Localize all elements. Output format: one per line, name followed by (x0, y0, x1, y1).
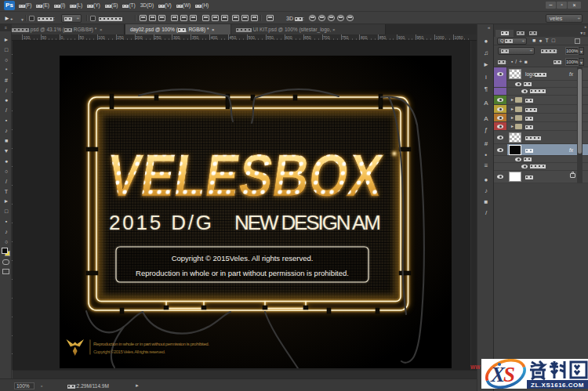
svg-text:Copyright © 2015Veles. All rig: Copyright © 2015Veles. All rights reserv… (172, 254, 314, 262)
svg-text:Copyright ©2015 Veles. All rig: Copyright ©2015 Veles. All rights reserv… (93, 349, 165, 354)
svg-text:S: S (503, 363, 515, 386)
svg-text:ZL.XS1616.COM: ZL.XS1616.COM (531, 382, 584, 389)
svg-text:Reproduction in whole or in pa: Reproduction in whole or in part without… (93, 342, 209, 346)
svg-text:Reproduction in whole or in pa: Reproduction in whole or in part without… (136, 269, 349, 277)
svg-text:2015 D/G: 2015 D/G (109, 211, 212, 234)
svg-text:VELESBOX: VELESBOX (103, 142, 387, 208)
svg-text:NEW DESIGN AM: NEW DESIGN AM (234, 211, 381, 234)
